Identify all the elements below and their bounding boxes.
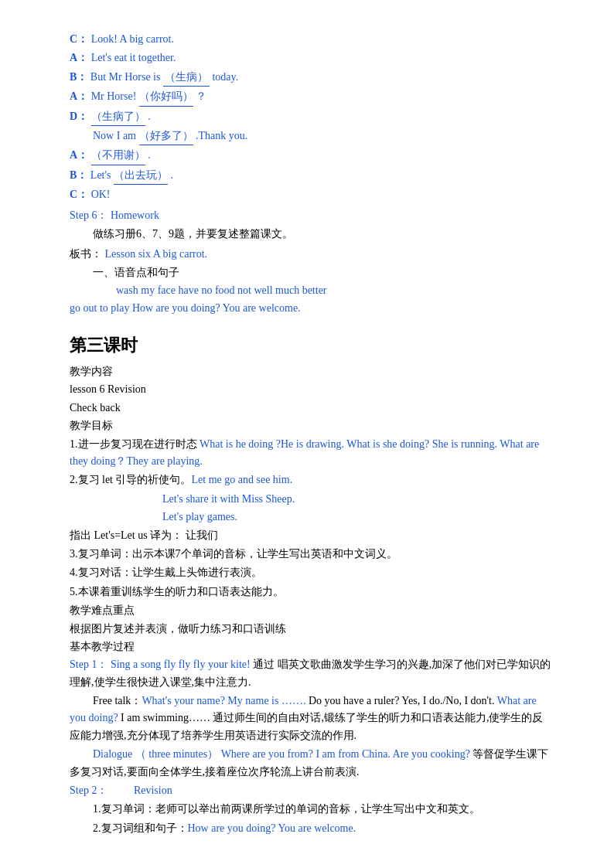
step6-content: 做练习册6、7、9题，并要复述整篇课文。 <box>93 226 552 243</box>
dialog-label-b1: B： <box>70 71 87 83</box>
dialog-text-c: Look! A big carrot. <box>91 33 174 45</box>
dialog-after-a3: . <box>148 149 151 161</box>
step2-1: 1.复习单词：老师可以举出前两课所学过的单词的音标，让学生写出中文和英文。 <box>93 801 552 818</box>
dialog-label-a2: A： <box>70 90 88 102</box>
check-back: Check back <box>70 400 552 417</box>
step1-line: Step 1： Sing a song fly fly fly your kit… <box>70 656 552 691</box>
step2-label: Step 2： <box>70 785 107 796</box>
difficulty-label: 教学难点重点 <box>70 602 552 619</box>
step2-line: Step 2： Revision <box>70 782 552 799</box>
dialog-blank-a3: （不用谢） <box>91 147 145 165</box>
step2-2-blue: How are you doing? You are welcome. <box>188 822 356 834</box>
dialog-line-a1: A： Let's eat it together. <box>70 49 552 66</box>
third-period-heading: 第三课时 <box>70 332 552 359</box>
step1-freetalk-text2: I am swimming…… 通过师生间的自由对话,锻练了学生的听力和口语表达… <box>70 712 544 740</box>
dialog-section: C： Look! A big carrot. A： Let's eat it t… <box>70 31 552 204</box>
step6-label: Step 6： <box>70 209 107 221</box>
step1-freetalk-text: Do you have a ruler? Yes, I do./No, I do… <box>305 695 494 706</box>
dialog-line-d2: Now I am （好多了） .Thank you. <box>93 128 552 145</box>
dialog-line-c: C： Look! A big carrot. <box>70 31 552 48</box>
dialog-label-b2: B： <box>70 169 87 181</box>
goal3: 3.复习单词：出示本课7个单词的音标，让学生写出英语和中文词义。 <box>70 546 552 563</box>
step1-dialogue-blue: Dialogue （ three minutes） Where are you … <box>93 748 470 760</box>
goal2-note: 指出 Let's=Let us 译为： 让我们 <box>70 527 552 544</box>
board-line: 板书： Lesson six A big carrot. <box>70 246 552 263</box>
dialog-text-a2: Mr Horse! <box>91 90 137 102</box>
goals-label: 教学目标 <box>70 417 552 434</box>
step6-section: Step 6： Homework 做练习册6、7、9题，并要复述整篇课文。 <box>70 207 552 243</box>
dialog-after-d2: .Thank you. <box>196 130 247 141</box>
dialog-line-b1: B： But Mr Horse is （生病） today. <box>70 69 552 87</box>
board-vocab: wash my face have no food not well much … <box>116 282 552 299</box>
dialog-text-b1: But Mr Horse is <box>90 71 163 83</box>
dialog-label-c2: C： <box>70 189 88 200</box>
dialog-blank-a2: （你好吗） <box>139 88 193 106</box>
goal2-blue: Let me go and see him. <box>192 474 293 485</box>
dialog-label-a1: A： <box>70 52 88 63</box>
dialog-line-b2: B： Let's （出去玩） . <box>70 167 552 185</box>
third-period-section: 第三课时 教学内容 lesson 6 Revision Check back 教… <box>70 332 552 837</box>
goal1: 1.进一步复习现在进行时态 What is he doing ?He is dr… <box>70 436 552 471</box>
step1-dialogue: Dialogue （ three minutes） Where are you … <box>70 746 552 781</box>
dialog-blank-d1: （生病了） <box>91 108 145 126</box>
dialog-line-d: D： （生病了） . <box>70 108 552 126</box>
step2-2-text: 2.复习词组和句子： <box>93 822 188 834</box>
dialog-blank-b1: （生病） <box>163 69 210 87</box>
basic-process-label: 基本教学过程 <box>70 638 552 655</box>
board-section: 板书： Lesson six A big carrot. 一、语音点和句子 wa… <box>70 246 552 318</box>
step2-2: 2.复习词组和句子：How are you doing? You are wel… <box>93 820 552 837</box>
dialog-label-a3: A： <box>70 149 88 161</box>
board-vocab2: go out to play How are you doing? You ar… <box>70 300 552 317</box>
goal2-text: 2.复习 let 引导的祈使句。 <box>70 474 192 485</box>
dialog-line-c2: C： OK! <box>70 186 552 203</box>
difficulty: 根据图片复述并表演，做听力练习和口语训练 <box>70 621 552 638</box>
goal4: 4.复习对话：让学生戴上头饰进行表演。 <box>70 564 552 581</box>
dialog-label-d: D： <box>70 111 88 122</box>
dialog-label-c: C： <box>70 33 88 45</box>
dialog-line-a2: A： Mr Horse! （你好吗） ？ <box>70 88 552 106</box>
dialog-text-c2: OK! <box>91 189 111 200</box>
dialog-blank-d2: （好多了） <box>139 128 193 145</box>
board-sub: 一、语音点和句子 <box>93 264 552 281</box>
step1-freetalk-label: Free talk： <box>93 695 142 706</box>
step1-freetalk-blue: What's your name? My name is ……. <box>142 695 305 706</box>
goal2-ex1: Let's share it with Miss Sheep. <box>162 491 552 508</box>
dialog-text-d2: Now I am <box>93 130 139 141</box>
board-title: Lesson six A big carrot. <box>105 248 208 260</box>
step1-title: Sing a song fly fly fly your kite! <box>111 659 251 670</box>
dialog-after-b2: . <box>170 169 173 181</box>
board-label: 板书： <box>70 248 102 260</box>
dialog-text-d1: . <box>148 111 151 122</box>
step2-title: Revision <box>134 785 172 796</box>
goal5: 5.本课着重训练学生的听力和口语表达能力。 <box>70 584 552 601</box>
teaching-content-label: 教学内容 <box>70 363 552 380</box>
dialog-after-a2: ？ <box>196 90 206 102</box>
dialog-text-b2: Let's <box>90 169 114 181</box>
step6-line: Step 6： Homework <box>70 207 552 224</box>
step1-label: Step 1： <box>70 659 107 670</box>
goal2: 2.复习 let 引导的祈使句。Let me go and see him. <box>70 471 552 488</box>
step6-title: Homework <box>111 209 159 221</box>
lesson-line: lesson 6 Revision <box>70 381 552 398</box>
dialog-text-a1: Let's eat it together. <box>91 52 176 63</box>
dialog-blank-b2: （出去玩） <box>114 167 168 185</box>
dialog-line-a3: A： （不用谢） . <box>70 147 552 165</box>
goal2-ex2: Let's play games. <box>162 509 552 526</box>
goal1-text: 1.进一步复习现在进行时态 <box>70 438 200 450</box>
step1-talk: Free talk：What's your name? My name is …… <box>70 693 552 744</box>
dialog-after-b1: today. <box>212 71 238 83</box>
